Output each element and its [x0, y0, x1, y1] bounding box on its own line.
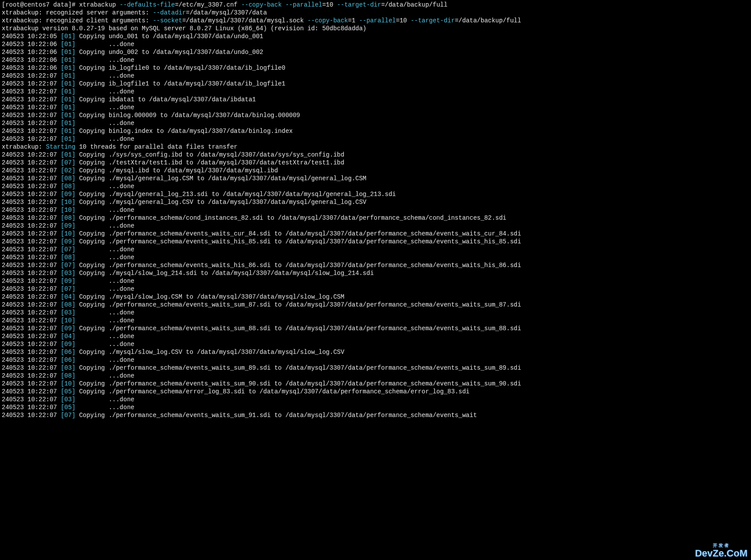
command-option: --defaults-file — [120, 1, 175, 8]
header-value: =/data/backup/full — [455, 17, 521, 24]
command-option: --target-dir — [337, 1, 381, 8]
log-thread: [07] — [61, 246, 75, 253]
log-message: ...done — [75, 341, 134, 348]
log-thread: [03] — [61, 309, 75, 316]
log-timestamp: 240523 10:22:07 — [2, 341, 61, 348]
log-timestamp: 240523 10:22:07 — [2, 396, 61, 403]
log-timestamp: 240523 10:22:07 — [2, 175, 61, 182]
log-message: Copying ./performance_schema/events_wait… — [75, 262, 521, 269]
command-value: =/data/backup/full — [381, 1, 451, 8]
log-thread: [07] — [61, 285, 75, 292]
log-timestamp: 240523 10:22:07 — [2, 325, 61, 332]
log-timestamp: 240523 10:22:07 — [2, 207, 61, 214]
log-thread: [06] — [61, 349, 75, 356]
log-timestamp: 240523 10:22:07 — [2, 191, 61, 198]
log-message: ...done — [75, 372, 134, 379]
log-thread: [03] — [61, 270, 75, 277]
command-option: --parallel — [285, 1, 322, 8]
log-message: Copying ./mysql/slow_log_214.sdi to /dat… — [75, 270, 374, 277]
log-thread: [01] — [61, 120, 75, 127]
log-message: Copying ./mysql/slow_log.CSM to /data/my… — [75, 293, 344, 300]
header-option: --target-dir — [411, 17, 455, 24]
log-thread: [07] — [61, 262, 75, 269]
log-timestamp: 240523 10:22:06 — [2, 41, 61, 48]
log-message: Copying binlog.000009 to /data/mysql/330… — [75, 112, 300, 119]
log-timestamp: 240523 10:22:07 — [2, 104, 61, 111]
log-thread: [01] — [61, 112, 75, 119]
log-message: ...done — [75, 254, 134, 261]
log-thread: [01] — [61, 41, 75, 48]
log-thread: [10] — [61, 230, 75, 237]
log-message: ...done — [75, 396, 134, 403]
log-timestamp: 240523 10:22:05 — [2, 33, 61, 40]
log-thread: [05] — [61, 388, 75, 395]
log-thread: [03] — [61, 364, 75, 371]
log-message: ...done — [75, 317, 134, 324]
command-value: =/etc/my_3307.cnf — [175, 1, 241, 8]
log-timestamp: 240523 10:22:07 — [2, 380, 61, 387]
log-message: ...done — [75, 309, 134, 316]
log-timestamp: 240523 10:22:07 — [2, 238, 61, 245]
log-timestamp: 240523 10:22:07 — [2, 72, 61, 79]
log-thread: [01] — [61, 57, 75, 64]
log-thread: [03] — [61, 396, 75, 403]
log-message: Copying undo_001 to /data/mysql/3307/dat… — [75, 33, 263, 40]
header-value: =1 — [348, 17, 359, 24]
log-timestamp: 240523 10:22:07 — [2, 128, 61, 135]
log-timestamp: 240523 10:22:07 — [2, 96, 61, 103]
log-thread: [04] — [61, 293, 75, 300]
log-thread: [08] — [61, 183, 75, 190]
header-option: --parallel — [359, 17, 396, 24]
header-line: xtrabackup version 8.0.27-19 based on My… — [2, 25, 367, 32]
starting-keyword: Starting — [46, 143, 75, 150]
log-message: Copying ./mysql/general_log.CSM to /data… — [75, 175, 367, 182]
log-thread: [09] — [61, 191, 75, 198]
log-message: ...done — [75, 72, 134, 79]
log-timestamp: 240523 10:22:07 — [2, 112, 61, 119]
log-thread: [09] — [61, 222, 75, 229]
log-timestamp: 240523 10:22:07 — [2, 80, 61, 87]
log-message: ...done — [75, 278, 134, 285]
header-option: --copy-back — [307, 17, 348, 24]
header-value: =10 — [396, 17, 411, 24]
terminal-output[interactable]: [root@centos7 data]# xtrabackup --defaul… — [0, 0, 751, 420]
log-timestamp: 240523 10:22:07 — [2, 301, 61, 308]
header-value: =/data/mysql/3307/data — [186, 9, 271, 16]
log-timestamp: 240523 10:22:07 — [2, 349, 61, 356]
log-thread: [09] — [61, 341, 75, 348]
log-message: Copying ./performance_schema/events_wait… — [75, 412, 477, 419]
log-message: ...done — [75, 207, 134, 214]
log-timestamp: 240523 10:22:07 — [2, 317, 61, 324]
log-message: ...done — [75, 57, 134, 64]
log-timestamp: 240523 10:22:06 — [2, 64, 61, 71]
log-thread: [01] — [61, 72, 75, 79]
log-message: ...done — [75, 104, 134, 111]
log-message: Copying ./performance_schema/events_wait… — [75, 238, 521, 245]
log-timestamp: 240523 10:22:07 — [2, 120, 61, 127]
log-thread: [10] — [61, 317, 75, 324]
log-timestamp: 240523 10:22:07 — [2, 372, 61, 379]
log-message: Copying ./performance_schema/events_wait… — [75, 230, 521, 237]
log-thread: [07] — [61, 412, 75, 419]
log-timestamp: 240523 10:22:07 — [2, 333, 61, 340]
log-timestamp: 240523 10:22:07 — [2, 404, 61, 411]
log-thread: [01] — [61, 49, 75, 56]
log-thread: [08] — [61, 301, 75, 308]
log-thread: [08] — [61, 214, 75, 221]
log-timestamp: 240523 10:22:07 — [2, 278, 61, 285]
log-thread: [05] — [61, 404, 75, 411]
log-message: Copying ./mysql/general_log.CSV to /data… — [75, 199, 367, 206]
log-thread: [09] — [61, 238, 75, 245]
log-thread: [04] — [61, 333, 75, 340]
log-thread: [02] — [61, 167, 75, 174]
log-message: Copying ./mysql.ibd to /data/mysql/3307/… — [75, 167, 278, 174]
log-thread: [08] — [61, 175, 75, 182]
log-thread: [01] — [61, 88, 75, 95]
log-message: Copying ib_logfile1 to /data/mysql/3307/… — [75, 80, 285, 87]
header-option: --datadir — [153, 9, 186, 16]
log-message: ...done — [75, 88, 134, 95]
log-timestamp: 240523 10:22:07 — [2, 388, 61, 395]
log-timestamp: 240523 10:22:07 — [2, 199, 61, 206]
log-message: ...done — [75, 120, 134, 127]
log-timestamp: 240523 10:22:07 — [2, 254, 61, 261]
